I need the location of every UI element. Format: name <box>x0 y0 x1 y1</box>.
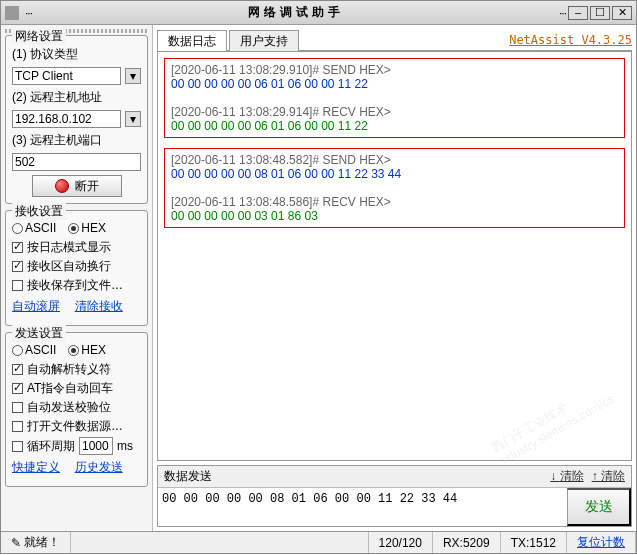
log-block: [2020-06-11 13:08:29.910]# SEND HEX> 00 … <box>164 58 625 138</box>
send-panel-title: 数据发送 <box>164 468 212 485</box>
tab-user-support[interactable]: 用户支持 <box>229 30 299 52</box>
host-input[interactable] <box>12 110 121 128</box>
log-send-data: 00 00 00 00 00 08 01 06 00 00 11 22 33 4… <box>171 167 618 181</box>
ready-icon: ✎ <box>11 536 21 550</box>
cycle-checkbox[interactable]: 循环周期 ms <box>12 437 141 455</box>
send-panel: 数据发送 ↓ 清除 ↑ 清除 发送 <box>157 465 632 527</box>
save-to-file-checkbox[interactable]: 接收保存到文件… <box>12 277 141 294</box>
clear-send-link[interactable]: ↓ 清除 <box>550 468 583 485</box>
log-mode-checkbox[interactable]: 按日志模式显示 <box>12 239 141 256</box>
disconnect-label: 断开 <box>75 178 99 195</box>
log-area[interactable]: [2020-06-11 13:08:29.910]# SEND HEX> 00 … <box>157 51 632 461</box>
clear-send-link2[interactable]: ↑ 清除 <box>592 468 625 485</box>
receive-settings-group: 接收设置 ASCII HEX 按日志模式显示 接收区自动换行 接收保存到文件… … <box>5 210 148 326</box>
window-title: 网络调试助手 <box>248 4 344 21</box>
group-title: 发送设置 <box>12 325 66 342</box>
history-send-link[interactable]: 历史发送 <box>75 459 123 476</box>
port-input[interactable] <box>12 153 141 171</box>
minimize-button[interactable]: – <box>568 6 588 20</box>
log-recv-data: 00 00 00 00 00 03 01 86 03 <box>171 209 618 223</box>
log-timestamp: [2020-06-11 13:08:29.910]# SEND HEX> <box>171 63 391 77</box>
tab-data-log[interactable]: 数据日志 <box>157 30 227 52</box>
log-send-data: 00 00 00 00 00 06 01 06 00 00 11 22 <box>171 77 618 91</box>
app-icon <box>5 6 19 20</box>
tab-bar: 数据日志 用户支持 NetAssist V4.3.25 <box>157 29 632 51</box>
group-title: 网络设置 <box>12 28 66 45</box>
reset-counter-link[interactable]: 复位计数 <box>567 532 636 553</box>
title-bar: ··· 网络调试助手 ··· – ☐ ✕ <box>1 1 636 25</box>
send-settings-group: 发送设置 ASCII HEX 自动解析转义符 AT指令自动回车 自动发送校验位 … <box>5 332 148 487</box>
clear-receive-link[interactable]: 清除接收 <box>75 298 123 315</box>
protocol-select[interactable] <box>12 67 121 85</box>
send-button[interactable]: 发送 <box>567 488 631 526</box>
dropdown-button[interactable]: ▾ <box>125 68 141 84</box>
record-icon <box>55 179 69 193</box>
status-tx: TX:1512 <box>501 532 567 553</box>
shortcut-define-link[interactable]: 快捷定义 <box>12 459 60 476</box>
status-bar: ✎ 就绪！ 120/120 RX:5209 TX:1512 复位计数 <box>1 531 636 553</box>
recv-ascii-radio[interactable]: ASCII <box>12 221 56 235</box>
auto-checksum-checkbox[interactable]: 自动发送校验位 <box>12 399 141 416</box>
log-recv-data: 00 00 00 00 00 06 01 06 00 00 11 22 <box>171 119 618 133</box>
auto-wrap-checkbox[interactable]: 接收区自动换行 <box>12 258 141 275</box>
at-cr-checkbox[interactable]: AT指令自动回车 <box>12 380 141 397</box>
log-block: [2020-06-11 13:08:48.582]# SEND HEX> 00 … <box>164 148 625 228</box>
status-rx: RX:5209 <box>433 532 501 553</box>
port-label: (3) 远程主机端口 <box>12 132 102 149</box>
send-ascii-radio[interactable]: ASCII <box>12 343 56 357</box>
grip-icon: ··· <box>25 6 32 20</box>
log-timestamp: [2020-06-11 13:08:48.586]# RECV HEX> <box>171 195 391 209</box>
send-hex-radio[interactable]: HEX <box>68 343 106 357</box>
maximize-button[interactable]: ☐ <box>590 6 610 20</box>
watermark: 西门子工业技术 support.industry.siemens.com/cs <box>451 377 617 461</box>
host-label: (2) 远程主机地址 <box>12 89 102 106</box>
version-link[interactable]: NetAssist V4.3.25 <box>509 33 632 47</box>
protocol-label: (1) 协议类型 <box>12 46 78 63</box>
log-timestamp: [2020-06-11 13:08:48.582]# SEND HEX> <box>171 153 391 167</box>
grip-icon: ··· <box>559 6 566 20</box>
auto-scroll-link[interactable]: 自动滚屏 <box>12 298 60 315</box>
log-timestamp: [2020-06-11 13:08:29.914]# RECV HEX> <box>171 105 391 119</box>
dropdown-button[interactable]: ▾ <box>125 111 141 127</box>
group-title: 接收设置 <box>12 203 66 220</box>
disconnect-button[interactable]: 断开 <box>32 175 122 197</box>
open-file-source-checkbox[interactable]: 打开文件数据源… <box>12 418 141 435</box>
parse-escape-checkbox[interactable]: 自动解析转义符 <box>12 361 141 378</box>
cycle-input[interactable] <box>79 437 113 455</box>
network-settings-group: 网络设置 (1) 协议类型 ▾ (2) 远程主机地址 ▾ (3) 远程主机端口 … <box>5 35 148 204</box>
close-button[interactable]: ✕ <box>612 6 632 20</box>
send-input[interactable] <box>158 488 567 526</box>
recv-hex-radio[interactable]: HEX <box>68 221 106 235</box>
status-conn: 120/120 <box>369 532 433 553</box>
status-ready: 就绪！ <box>24 534 60 551</box>
